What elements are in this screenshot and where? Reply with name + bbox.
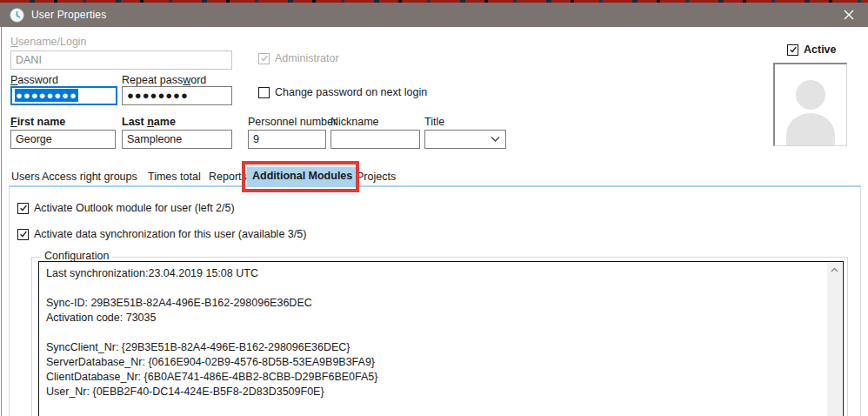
config-line: ClientDatabase_Nr: {6B0AE741-486E-4BB2-8…: [46, 370, 820, 385]
clock-app-icon: [10, 8, 24, 23]
chevron-down-icon: [491, 136, 500, 143]
config-line: ServerDatabase_Nr: {0616E904-02B9-4576-8…: [46, 355, 820, 370]
dialog-left-border: [1, 27, 2, 416]
tab-reports[interactable]: Reports: [209, 168, 247, 185]
tab-users[interactable]: Users: [11, 168, 40, 185]
repeat-password-field[interactable]: ●●●●●●●●: [122, 86, 232, 105]
active-checkbox-box: [787, 44, 798, 56]
first-name-label: First name: [10, 116, 65, 128]
config-line: Last synchronization:23.04.2019 15:08 UT…: [46, 266, 820, 281]
username-label: Usename/Login: [10, 36, 87, 48]
config-line: SyncClient_Nr: {29B3E51B-82A4-496E-B162-…: [46, 340, 820, 355]
last-name-field[interactable]: Sampleone: [122, 130, 232, 149]
title-label: Title: [424, 116, 444, 128]
checkmark-icon: [789, 45, 798, 54]
config-line: Sync-ID: 29B3E51B-82A4-496E-B162-298096E…: [46, 296, 820, 311]
window-titlebar[interactable]: User Properties: [0, 3, 868, 27]
nickname-label: Nickname: [331, 116, 379, 128]
first-name-field[interactable]: George: [10, 130, 116, 149]
last-name-label: Last name: [122, 116, 176, 128]
vertical-scrollbar[interactable]: [827, 263, 842, 416]
nickname-field[interactable]: [331, 130, 420, 149]
activate-sync-checkbox[interactable]: Activate data synchronization for this u…: [17, 228, 306, 240]
password-selected-text: ●●●●●●●●: [15, 89, 78, 102]
user-properties-dialog: User Properties Usename/Login DANI Admin…: [0, 0, 868, 416]
password-label: Password: [10, 74, 58, 86]
administrator-checkbox: Administrator: [258, 52, 339, 64]
configuration-legend: Configuration: [41, 250, 112, 262]
configuration-text: Last synchronization:23.04.2019 15:08 UT…: [46, 266, 820, 416]
title-dropdown[interactable]: [424, 130, 506, 149]
administrator-label: Administrator: [275, 52, 339, 64]
config-line: User_Nr: {0EBB2F40-DC14-424E-B5F8-2D83D3…: [46, 385, 820, 399]
administrator-checkbox-box: [258, 53, 270, 64]
checkmark-icon: [19, 204, 28, 212]
config-line: [46, 281, 820, 296]
config-line: Activation code: 73035: [46, 311, 820, 325]
change-password-checkbox[interactable]: Change password on next login: [258, 86, 427, 98]
repeat-password-text: ●●●●●●●●: [127, 89, 189, 102]
scrollbar-up-button[interactable]: [827, 263, 842, 277]
configuration-textarea[interactable]: Last synchronization:23.04.2019 15:08 UT…: [38, 261, 844, 416]
tab-times-total[interactable]: Times total: [148, 168, 201, 185]
username-field[interactable]: DANI: [10, 50, 232, 70]
tab-projects[interactable]: Projects: [357, 168, 396, 185]
user-photo-placeholder: [773, 63, 847, 146]
change-password-checkbox-box: [258, 87, 270, 98]
tab-additional-modules[interactable]: Additional Modules: [247, 167, 357, 185]
personnel-number-field[interactable]: 9: [248, 130, 326, 149]
close-button[interactable]: [835, 3, 863, 27]
person-silhouette-icon: [778, 72, 844, 145]
change-password-label: Change password on next login: [275, 86, 427, 98]
tab-access-right-groups[interactable]: Access right groups: [42, 168, 137, 185]
activate-sync-label: Activate data synchronization for this u…: [34, 228, 306, 240]
config-line: [46, 325, 820, 340]
window-title: User Properties: [31, 9, 106, 21]
activate-outlook-checkbox-box: [17, 203, 29, 214]
checkmark-icon: [19, 230, 28, 238]
password-field[interactable]: ●●●●●●●●: [10, 86, 117, 105]
activate-outlook-checkbox[interactable]: Activate Outlook module for user (left 2…: [17, 202, 235, 214]
chevron-up-icon: [831, 267, 838, 272]
personnel-number-label: Personnel number: [248, 116, 337, 128]
checkmark-icon: [260, 54, 269, 63]
active-label: Active: [804, 44, 837, 56]
repeat-password-label: Repeat password: [122, 74, 206, 86]
close-icon: [844, 10, 854, 20]
activate-sync-checkbox-box: [17, 229, 29, 240]
active-checkbox[interactable]: Active: [787, 44, 837, 56]
activate-outlook-label: Activate Outlook module for user (left 2…: [34, 202, 235, 214]
